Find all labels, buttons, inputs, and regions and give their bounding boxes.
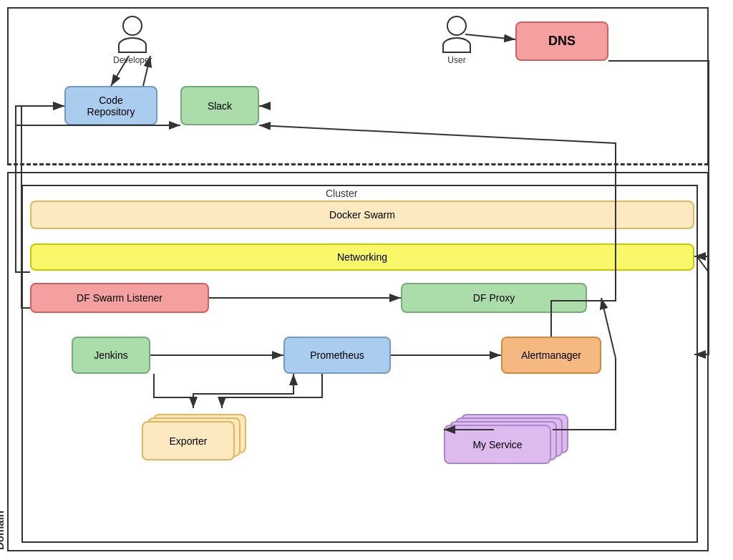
df-proxy-box: DF Proxy: [401, 283, 587, 313]
developer-label: Developer: [113, 55, 152, 65]
developer-body: [118, 37, 147, 53]
user-label: User: [447, 55, 465, 65]
my-service-label: My Service: [472, 439, 522, 450]
code-repository-label: CodeRepository: [87, 95, 135, 117]
alertmanager-box: Alertmanager: [501, 337, 601, 374]
jenkins-box: Jenkins: [72, 337, 150, 374]
exporter-stack: Exporter: [142, 414, 235, 532]
df-swarm-listener-label: DF Swarm Listener: [77, 292, 162, 304]
developer-icon: Developer: [113, 16, 152, 65]
jenkins-label: Jenkins: [94, 349, 127, 361]
dashed-divider: [7, 163, 709, 165]
slack-box: Slack: [180, 86, 259, 125]
machine-domain-label: Machine Domain: [0, 474, 6, 550]
cluster-label: Cluster: [326, 188, 357, 199]
networking-box: Networking: [30, 243, 694, 271]
prometheus-box: Prometheus: [283, 337, 391, 374]
my-service-box-1: My Service: [444, 425, 551, 464]
prometheus-label: Prometheus: [310, 349, 364, 361]
exporter-box-1: Exporter: [142, 421, 235, 460]
user-icon: User: [442, 16, 471, 65]
dns-box: DNS: [515, 21, 608, 61]
docker-swarm-box: Docker Swarm: [30, 201, 694, 229]
my-service-stack: My Service: [444, 414, 551, 560]
diagram-container: Human Domain Machine Domain Cluster Deve…: [0, 0, 733, 560]
dns-label: DNS: [548, 34, 576, 49]
exporter-label: Exporter: [170, 435, 208, 447]
developer-head: [122, 16, 142, 36]
docker-swarm-label: Docker Swarm: [329, 209, 395, 221]
df-proxy-label: DF Proxy: [473, 292, 515, 304]
user-body: [442, 37, 471, 53]
code-repository-box: CodeRepository: [64, 86, 157, 125]
slack-label: Slack: [208, 100, 232, 112]
alertmanager-label: Alertmanager: [521, 349, 581, 361]
user-head: [447, 16, 467, 36]
df-swarm-listener-box: DF Swarm Listener: [30, 283, 209, 313]
networking-label: Networking: [337, 251, 387, 263]
